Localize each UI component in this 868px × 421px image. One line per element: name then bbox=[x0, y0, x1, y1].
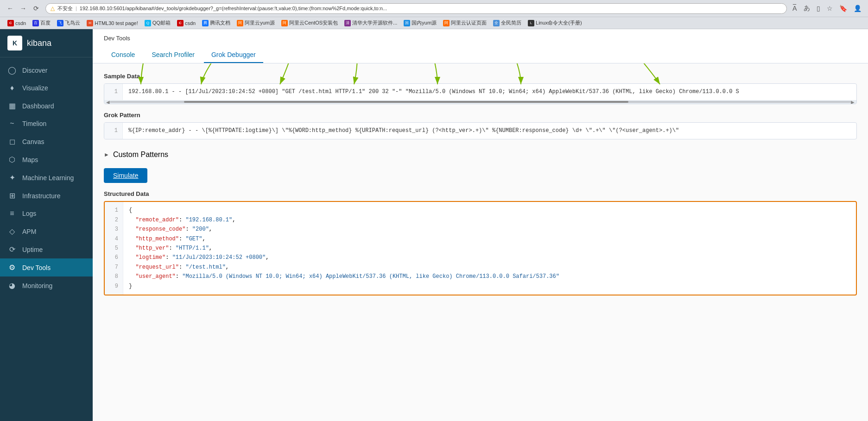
baidu-favicon: 百 bbox=[32, 20, 39, 26]
reader-mode-icon[interactable]: A̅ bbox=[791, 4, 799, 13]
sidebar-item-logs[interactable]: ≡ Logs bbox=[0, 205, 93, 222]
bookmark-quanmin[interactable]: 全 全民简历 bbox=[490, 19, 524, 27]
sample-data-content[interactable]: 192.168.80.1 - - [11/Jul/2023:10:24:52 +… bbox=[123, 84, 856, 100]
bookmark-aliyun-auth[interactable]: 阿 阿里云认证页面 bbox=[440, 19, 489, 27]
sidebar-item-label: Visualize bbox=[22, 84, 48, 92]
sidebar-item-timelion[interactable]: ~ Timelion bbox=[0, 115, 93, 132]
sample-data-label: Sample Data bbox=[104, 73, 857, 80]
sidebar-item-apm[interactable]: ◇ APM bbox=[0, 222, 93, 240]
discover-icon: ◯ bbox=[7, 66, 17, 75]
back-button[interactable]: ← bbox=[5, 3, 16, 14]
sidebar-item-label: Machine Learning bbox=[22, 174, 74, 182]
tencent-favicon: 腾 bbox=[202, 20, 209, 26]
sidebar-item-devtools[interactable]: ⚙ Dev Tools bbox=[0, 258, 93, 276]
bookmark-csdn[interactable]: C csdn bbox=[5, 19, 29, 27]
browser-action-icons[interactable]: A̅ あ ▯ ☆ 🔖 👤 bbox=[791, 3, 863, 13]
sidebar-item-uptime[interactable]: ⟳ Uptime bbox=[0, 240, 93, 258]
chevron-right-icon: ► bbox=[104, 151, 109, 158]
structured-data-line-numbers: 123456789 bbox=[105, 202, 123, 295]
structured-data-content: { "remote_addr": "192.168.80.1", "respon… bbox=[123, 202, 856, 295]
profile-icon[interactable]: 👤 bbox=[852, 4, 863, 13]
feishu-favicon: 飞 bbox=[57, 20, 63, 26]
maps-icon: ⬡ bbox=[7, 155, 17, 164]
sidebar-item-label: Logs bbox=[22, 210, 36, 217]
forward-button[interactable]: → bbox=[18, 3, 29, 14]
json-line-1: { bbox=[129, 206, 850, 215]
collection-icon[interactable]: 🔖 bbox=[837, 4, 849, 13]
canvas-icon: ◻ bbox=[7, 137, 17, 146]
address-bar[interactable]: △ 不安全 | 192.168.80.10:5601/app/kibana#/d… bbox=[45, 3, 787, 14]
refresh-button[interactable]: ⟳ bbox=[31, 3, 42, 14]
sidebar-item-monitoring[interactable]: ◕ Monitoring bbox=[0, 276, 93, 295]
bookmark-feishu[interactable]: 飞 飞鸟云 bbox=[54, 19, 83, 27]
sidebar-item-maps[interactable]: ⬡ Maps bbox=[0, 151, 93, 169]
nav-buttons[interactable]: ← → ⟳ bbox=[5, 3, 42, 14]
devtools-tabs: Console Search Profiler Grok Debugger bbox=[104, 47, 857, 63]
sidebar-navigation: ◯ Discover ♦ Visualize ▦ Dashboard ~ Tim… bbox=[0, 57, 93, 421]
pip-icon[interactable]: ▯ bbox=[815, 4, 822, 13]
json-line-8: "user_agent": "Mozilla/5.0 (Windows NT 1… bbox=[129, 272, 850, 281]
bookmark-linux[interactable]: L Linux命令大全(手册) bbox=[525, 19, 585, 27]
ml-icon: ✦ bbox=[7, 173, 17, 182]
sample-data-scrollbar[interactable]: ◀ ▶ bbox=[104, 100, 856, 104]
sidebar-item-infrastructure[interactable]: ⊞ Infrastructure bbox=[0, 187, 93, 205]
sidebar-item-label: APM bbox=[22, 228, 36, 235]
grok-pattern-content[interactable]: %{IP:remote_addr} - - \[%{HTTPDATE:logti… bbox=[123, 123, 856, 139]
bookmark-label: 腾讯文档 bbox=[210, 19, 230, 26]
structured-data-editor[interactable]: 123456789 { "remote_addr": "192.168.80.1… bbox=[104, 201, 857, 295]
sidebar-item-ml[interactable]: ✦ Machine Learning bbox=[0, 169, 93, 187]
bookmark-csdn2[interactable]: C csdn bbox=[174, 19, 198, 27]
sidebar-logo[interactable]: K kibana bbox=[0, 29, 93, 57]
json-line-5: "http_ver": "HTTP/1.1", bbox=[129, 244, 850, 253]
grok-pattern-editor[interactable]: 1 %{IP:remote_addr} - - \[%{HTTPDATE:log… bbox=[104, 122, 857, 139]
bookmark-guonei[interactable]: 国 国内yum源 bbox=[401, 19, 439, 27]
scroll-right-icon[interactable]: ▶ bbox=[851, 100, 855, 105]
sidebar-item-canvas[interactable]: ◻ Canvas bbox=[0, 132, 93, 151]
sidebar-item-label: Dashboard bbox=[22, 102, 54, 110]
sample-data-editor[interactable]: 1 192.168.80.1 - - [11/Jul/2023:10:24:52… bbox=[104, 83, 857, 104]
url-text: 192.168.80.10:5601/app/kibana#/dev_tools… bbox=[80, 6, 782, 11]
bookmark-tsinghua[interactable]: 清 清华大学开源软件... bbox=[342, 19, 400, 27]
browser-bar: ← → ⟳ △ 不安全 | 192.168.80.10:5601/app/kib… bbox=[0, 0, 868, 17]
bookmark-label: 百度 bbox=[40, 19, 51, 26]
devtools-icon: ⚙ bbox=[7, 263, 17, 272]
app-container: K kibana ◯ Discover ♦ Visualize ▦ Dashbo… bbox=[0, 29, 868, 421]
sidebar-item-dashboard[interactable]: ▦ Dashboard bbox=[0, 97, 93, 115]
simulate-button[interactable]: Simulate bbox=[104, 168, 147, 183]
bookmark-aliyun-centos[interactable]: 阿 阿里云CentOS安装包 bbox=[279, 19, 341, 27]
json-line-4: "http_method": "GET", bbox=[129, 234, 850, 244]
json-line-7: "request_url": "/test.html", bbox=[129, 263, 850, 272]
custom-patterns-label: Custom Patterns bbox=[113, 151, 168, 159]
csdn-favicon: C bbox=[7, 20, 14, 26]
bookmark-html30[interactable]: H HTML30 test page! bbox=[84, 19, 141, 27]
infrastructure-icon: ⊞ bbox=[7, 191, 17, 200]
quanmin-favicon: 全 bbox=[493, 20, 500, 26]
sidebar-item-visualize[interactable]: ♦ Visualize bbox=[0, 79, 93, 97]
bookmarks-bar: C csdn 百 百度 飞 飞鸟云 H HTML30 test page! Q … bbox=[0, 17, 868, 29]
custom-patterns-row[interactable]: ► Custom Patterns bbox=[104, 147, 857, 163]
bookmark-qq[interactable]: Q QQ邮箱 bbox=[142, 19, 173, 27]
content-area: Sample Data 1 192.168.80.1 - - [11/Jul/2… bbox=[93, 63, 868, 421]
sidebar-item-discover[interactable]: ◯ Discover bbox=[0, 61, 93, 79]
bookmark-baidu[interactable]: 百 百度 bbox=[30, 19, 53, 27]
scrollbar-thumb[interactable] bbox=[184, 101, 628, 103]
bookmark-label: 飞鸟云 bbox=[65, 19, 80, 26]
bookmark-tencent[interactable]: 腾 腾讯文档 bbox=[199, 19, 233, 27]
bookmark-label: 国内yum源 bbox=[412, 19, 437, 26]
bookmark-label: 阿里云yum源 bbox=[245, 19, 275, 26]
tab-search-profiler[interactable]: Search Profiler bbox=[144, 47, 202, 63]
devtools-title: Dev Tools bbox=[104, 35, 857, 42]
bookmark-star-icon[interactable]: ☆ bbox=[825, 4, 835, 13]
sidebar-item-label: Dev Tools bbox=[22, 264, 51, 271]
sample-data-line-numbers: 1 bbox=[104, 84, 123, 100]
linux-favicon: L bbox=[528, 20, 534, 26]
tab-grok-debugger[interactable]: Grok Debugger bbox=[204, 47, 263, 63]
scrollbar-track[interactable] bbox=[110, 101, 851, 103]
bookmark-aliyun[interactable]: 阿 阿里云yum源 bbox=[234, 19, 278, 27]
security-warning-icon: △ bbox=[51, 5, 55, 12]
tab-console[interactable]: Console bbox=[104, 47, 142, 63]
bookmark-label: QQ邮箱 bbox=[152, 19, 171, 26]
translate-icon[interactable]: あ bbox=[802, 3, 812, 13]
sidebar-item-label: Discover bbox=[22, 67, 47, 74]
scroll-left-icon[interactable]: ◀ bbox=[106, 100, 110, 105]
